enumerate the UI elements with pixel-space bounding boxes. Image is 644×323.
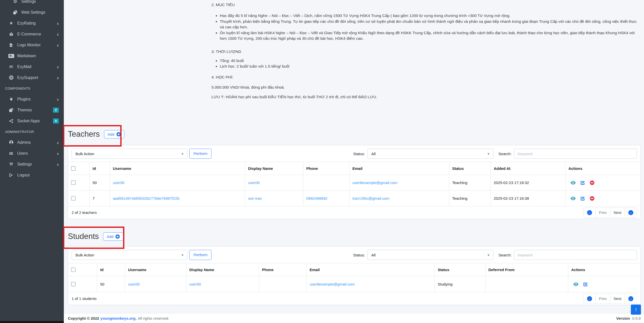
cell-status: Studying [435,276,485,292]
col-actions: Actions [568,263,640,276]
next-page-button[interactable]: Next [610,208,625,217]
students-table: Id Username Display Name Phone Email Sta… [68,263,640,292]
arrow-circle-right-icon [628,296,633,301]
prev-page-button[interactable]: Prev [595,208,610,217]
students-card: Bulk Action Perform Status: All Search: [68,246,641,305]
username-link[interactable]: user00 [128,282,140,286]
phone-link[interactable]: 0982498692 [306,196,327,200]
last-page-button[interactable] [625,294,637,304]
footer-link[interactable]: youngmonkeys.org. [101,316,137,320]
sidebar-item-themes[interactable]: Themes 2 [0,105,64,115]
remove-icon[interactable] [590,180,594,185]
scroll-to-top-button[interactable] [631,305,641,315]
email-link[interactable]: user8example@gmail.com [353,180,398,185]
row-checkbox[interactable] [71,180,75,185]
edit-icon[interactable] [580,180,585,185]
email-link[interactable]: user8example@gmail.com [310,282,355,286]
sidebar-item-socket-apps[interactable]: Socket Apps 0 [0,115,64,126]
markdown-icon: M↓ [8,54,15,58]
teachers-status-select[interactable]: All [367,149,493,159]
teachers-card: Bulk Action Perform Status: All Search: [68,145,641,219]
sidebar-item-ecommerce[interactable]: E-Commerce [0,29,64,39]
file-chart-icon [8,43,15,47]
teachers-bulk-action-select[interactable]: Bulk Action [72,149,187,159]
display-name-link[interactable]: user00 [189,282,201,286]
col-display-name: Display Name [186,263,259,276]
sidebar-item-users[interactable]: Users [0,148,64,159]
first-page-button[interactable] [584,208,595,217]
sidebar-item-ezyrating[interactable]: EzyRating [0,18,64,29]
email-link[interactable]: tran135tc@gmail.com [353,196,389,200]
students-perform-button[interactable]: Perform [189,250,211,260]
sidebar-item-label: Settings [17,162,32,167]
user-circle-icon [8,140,15,145]
sidebar-item-plugins[interactable]: Plugins [0,94,64,105]
next-page-button[interactable]: Next [610,294,625,304]
chevron-left-icon [57,151,59,156]
view-icon[interactable] [573,282,578,286]
col-status: Status [449,162,491,175]
username-link[interactable]: aad591467eb65632b277b8e7b967f22b [113,196,180,200]
sidebar-item-ezymail[interactable]: EzyMail [0,61,64,72]
chevron-left-icon [57,42,59,48]
students-search-input[interactable] [514,250,637,260]
sidebar-item-label: EzyRating [17,21,36,26]
sidebar-item-label: Web Settings [21,10,45,15]
display-name-link[interactable]: son tran [248,196,262,200]
students-bulk-action-select[interactable]: Bulk Action [72,250,187,260]
chevron-left-icon [57,140,59,145]
course-description: 2. MỤC TIÊU Học đầy đủ 5 kĩ năng Nghe – … [211,0,641,100]
col-email: Email [306,263,435,276]
chevron-left-icon [57,96,59,102]
select-all-checkbox[interactable] [71,268,75,272]
teachers-perform-button[interactable]: Perform [189,149,211,159]
teachers-count-summary: 2 of 2 teachers [72,210,97,215]
prev-page-button[interactable]: Prev [595,294,610,304]
share-nodes-icon [8,119,15,123]
col-added-at: Added At [491,162,565,175]
muc-tieu-bullet: Thuyết trình, phản biện bằng tiếng Trung… [220,19,641,30]
teachers-search-label: Search: [498,152,512,156]
copy-icon [8,108,15,112]
sidebar-item-markdown[interactable]: M↓ Markdown [0,50,64,61]
students-pagination: 1 of 1 students Prev Next [68,292,640,305]
life-ring-icon [8,75,15,80]
chevron-left-icon [57,21,59,26]
sidebar-item-ezysupport[interactable]: EzySupport [0,72,64,83]
edit-icon[interactable] [580,196,585,201]
sidebar-item-admins[interactable]: Admins [0,137,64,148]
teachers-table: Id Username Display Name Phone Email Sta… [68,162,640,206]
description-heading-hoc-phi: 4. HỌC PHÍ: [211,74,641,80]
sidebar-item-web-settings[interactable]: Web Settings [0,7,64,18]
col-actions: Actions [565,162,640,175]
sidebar: Settings Web Settings EzyRating E-Commer… [0,0,64,323]
last-page-button[interactable] [625,208,637,217]
students-status-label: Status: [353,253,365,257]
wrench-icon [8,162,15,166]
students-status-select[interactable]: All [367,250,493,260]
select-all-checkbox[interactable] [71,166,75,171]
star-icon [8,21,15,25]
col-id: Id [89,162,110,175]
edit-icon[interactable] [583,282,588,287]
username-link[interactable]: user00 [113,180,125,185]
sidebar-item-settings-admin[interactable]: Settings [0,159,64,170]
cell-id: 7 [89,191,110,206]
display-name-link[interactable]: user00 [248,180,260,185]
teachers-search-input[interactable] [514,149,637,159]
chevron-left-icon [57,75,59,80]
admin-page: Settings Web Settings EzyRating E-Commer… [0,0,644,323]
row-checkbox[interactable] [71,196,75,200]
view-icon[interactable] [571,197,576,200]
sidebar-item-logs-monitor[interactable]: Logs Monitor [0,39,64,50]
remove-icon[interactable] [590,196,594,201]
chevron-down-icon [181,152,184,155]
muc-tieu-bullet: Học đầy đủ 5 kĩ năng Nghe – Nói – Đọc – … [220,13,641,19]
view-icon[interactable] [571,181,576,185]
first-page-button[interactable] [584,294,595,304]
sidebar-item-settings-sub[interactable]: Settings [0,0,64,7]
row-checkbox[interactable] [71,282,75,286]
sidebar-item-label: EzySupport [17,75,38,80]
table-row: 7 aad591467eb65632b277b8e7b967f22b son t… [68,191,640,206]
sidebar-item-logout[interactable]: Logout [0,170,64,180]
